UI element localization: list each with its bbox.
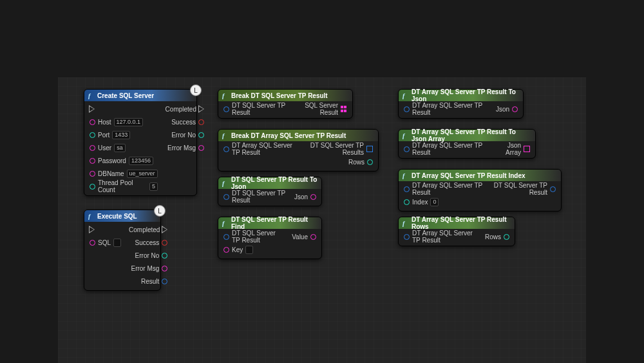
exec-out-completed[interactable]: Completed (129, 224, 167, 235)
output-json[interactable]: Json (294, 191, 316, 202)
output-error-no[interactable]: Error No (129, 250, 167, 260)
node-title: Break DT Array SQL Server TP Result (231, 132, 346, 139)
output-json-array[interactable]: Json Array (496, 144, 530, 154)
function-icon: f (402, 92, 409, 99)
node-title: Break DT SQL Server TP Result (231, 92, 328, 99)
function-icon: f (402, 220, 409, 226)
blueprint-canvas[interactable]: L f Create SQL Server Host127.0.0.1 Port… (58, 77, 586, 363)
output-error-no[interactable]: Error No (166, 130, 204, 140)
input-result[interactable]: DT SQL Server TP Result (223, 104, 289, 114)
function-icon: f (88, 92, 95, 99)
node-array-rows[interactable]: f DT Array SQL Server TP Result Rows DT … (398, 217, 515, 246)
struct-pin-icon (341, 106, 347, 112)
function-icon: f (402, 172, 409, 179)
input-host[interactable]: Host127.0.0.1 (90, 117, 158, 127)
output-success[interactable]: Success (129, 237, 167, 248)
node-break-array-result[interactable]: f Break DT Array SQL Server TP Result DT… (218, 129, 379, 172)
input-thread-pool-count[interactable]: Thread Pool Count5 (90, 181, 158, 191)
output-result[interactable]: Result (129, 276, 167, 286)
node-title: Execute SQL (97, 213, 137, 220)
input-result[interactable]: DT SQL Server TP Result (223, 231, 284, 242)
node-header: f DT Array SQL Server TP Result Index (399, 170, 561, 181)
output-results-array[interactable]: DT SQL Server TP Results (307, 144, 373, 154)
node-title: DT Array SQL Server TP Result To Json Ar… (412, 128, 531, 142)
function-icon: f (222, 132, 229, 139)
input-password[interactable]: Password123456 (90, 155, 158, 166)
node-array-to-json[interactable]: f DT Array SQL Server TP Result To Json … (398, 89, 524, 119)
node-result-find[interactable]: f DT SQL Server TP Result Find DT SQL Se… (218, 217, 322, 259)
function-icon: f (88, 213, 95, 219)
input-port[interactable]: Port1433 (90, 130, 158, 140)
node-header: f Break DT SQL Server TP Result (218, 90, 352, 101)
function-icon: f (222, 220, 229, 226)
node-title: DT SQL Server TP Result To Json (231, 176, 317, 190)
node-title: Create SQL Server (97, 92, 154, 99)
input-array-result[interactable]: DT Array SQL Server TP Result (404, 184, 482, 194)
output-result[interactable]: DT SQL Server TP Result (490, 184, 556, 194)
exec-in-pin[interactable] (90, 224, 121, 235)
output-success[interactable]: Success (166, 117, 204, 127)
input-array-result[interactable]: DT Array SQL Server TP Result (223, 144, 299, 154)
output-json[interactable]: Json (496, 104, 518, 114)
array-pin-icon (524, 146, 530, 152)
exec-in-pin[interactable] (90, 104, 158, 114)
input-user[interactable]: Usersa (90, 142, 158, 153)
node-title: DT Array SQL Server TP Result To Json (412, 88, 519, 103)
node-title: DT Array SQL Server TP Result Rows (412, 216, 511, 230)
input-array-result[interactable]: DT Array SQL Server TP Result (404, 144, 488, 154)
function-icon: f (222, 180, 229, 186)
latent-clock-icon: L (190, 84, 202, 96)
node-result-to-json[interactable]: f DT SQL Server TP Result To Json DT SQL… (218, 177, 322, 206)
node-header: f Create SQL Server (84, 90, 196, 101)
output-rows[interactable]: Rows (485, 231, 509, 242)
output-sql-server-result[interactable]: SQL Server Result (297, 104, 347, 114)
output-value[interactable]: Value (292, 231, 316, 242)
latent-clock-icon: L (154, 205, 166, 217)
output-error-msg[interactable]: Error Msg (129, 263, 167, 273)
array-pin-icon (366, 146, 373, 152)
node-title: DT SQL Server TP Result Find (231, 216, 317, 230)
node-break-result[interactable]: f Break DT SQL Server TP Result DT SQL S… (218, 89, 353, 119)
node-array-index[interactable]: f DT Array SQL Server TP Result Index DT… (398, 169, 562, 211)
node-header: f DT Array SQL Server TP Result To Json (399, 90, 523, 101)
input-key[interactable]: Key (223, 244, 284, 255)
input-array-result[interactable]: DT Array SQL Server TP Result (404, 231, 477, 242)
input-array-result[interactable]: DT Array SQL Server TP Result (404, 104, 488, 114)
exec-out-completed[interactable]: Completed (166, 104, 204, 114)
node-header: f DT Array SQL Server TP Result To Json … (399, 130, 535, 141)
input-dbname[interactable]: DBNameue_server (90, 168, 158, 179)
input-index[interactable]: Index0 (404, 197, 482, 207)
function-icon: f (402, 132, 409, 139)
node-header: f DT SQL Server TP Result Find (218, 217, 321, 229)
node-array-to-json-array[interactable]: f DT Array SQL Server TP Result To Json … (398, 129, 536, 159)
node-header: f DT SQL Server TP Result To Json (218, 177, 321, 189)
node-create-sql-server[interactable]: L f Create SQL Server Host127.0.0.1 Port… (84, 89, 197, 196)
function-icon: f (222, 92, 229, 99)
output-rows[interactable]: Rows (307, 157, 373, 167)
node-execute-sql[interactable]: L f Execute SQL SQL Completed Success Er… (84, 210, 161, 291)
output-error-msg[interactable]: Error Msg (166, 142, 204, 153)
node-title: DT Array SQL Server TP Result Index (412, 172, 526, 179)
node-header: f Execute SQL (84, 210, 160, 222)
input-result[interactable]: DT SQL Server TP Result (223, 191, 287, 202)
input-sql[interactable]: SQL (90, 237, 121, 248)
node-header: f DT Array SQL Server TP Result Rows (399, 217, 515, 229)
node-header: f Break DT Array SQL Server TP Result (218, 130, 378, 141)
